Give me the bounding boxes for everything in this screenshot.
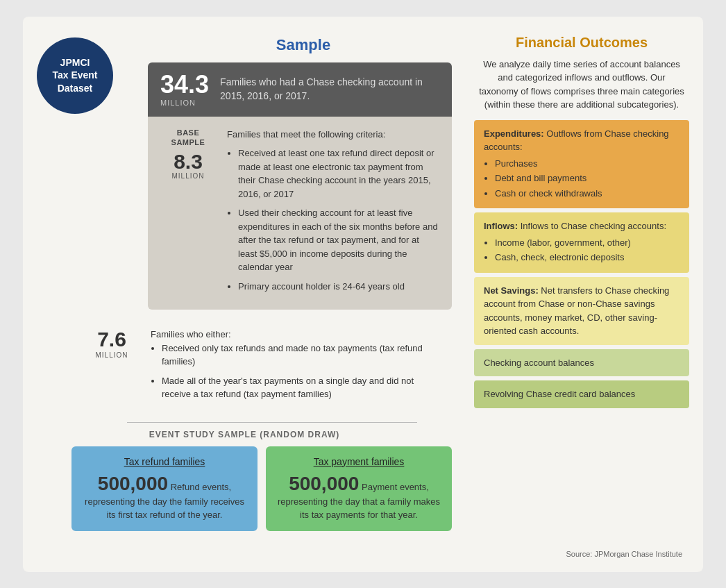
refund-box: Tax refund families 500,000 Refund event…	[71, 446, 258, 531]
list-item: Used their checking account for at least…	[238, 206, 439, 274]
net-savings-label: Net Savings:	[484, 285, 539, 296]
revolving-balance-label: Revolving Chase credit card balances	[484, 389, 635, 399]
logo-line2: Tax Event	[52, 69, 97, 81]
inflows-block: Inflows: Inflows to Chase checking accou…	[474, 212, 689, 273]
bottom-boxes: Tax refund families 500,000 Refund event…	[71, 446, 452, 531]
criteria-title: Families that meet the following criteri…	[227, 128, 439, 142]
seven-number-col: 7.6 MILLION	[84, 328, 140, 407]
section-divider	[127, 422, 417, 423]
seven-title: Families who either:	[151, 328, 439, 342]
sample-header: Sample	[113, 31, 452, 62]
right-panel: Financial Outcomes We analyze daily time…	[474, 31, 689, 412]
sample-title: Sample	[276, 36, 330, 53]
dark-banner: 34.3 MILLION Families who had a Chase ch…	[148, 62, 452, 117]
main-big-number: 34.3	[160, 72, 209, 97]
banner-number-col: 34.3 MILLION	[160, 72, 209, 107]
inflows-list: Income (labor, government, other) Cash, …	[484, 236, 679, 264]
main-million-label: MILLION	[160, 99, 209, 107]
financial-header: Financial Outcomes	[474, 31, 689, 51]
criteria-list: Received at least one tax refund direct …	[227, 146, 439, 293]
base-label-col: BASE SAMPLE 8.3 MILLION	[160, 128, 216, 299]
list-item: Purchases	[495, 157, 679, 171]
payment-box: Tax payment families 500,000 Payment eve…	[266, 446, 452, 531]
list-item: Received only tax refunds and made no ta…	[162, 342, 439, 369]
refund-box-title: Tax refund families	[83, 456, 246, 467]
expenditures-label: Expenditures:	[484, 128, 544, 139]
revolving-balance-block: Revolving Chase credit card balances	[474, 380, 689, 408]
content-row: JPMCI Tax Event Dataset Sample 34.3 MILL…	[37, 31, 689, 543]
base-sample-area: BASE SAMPLE 8.3 MILLION Families that me…	[148, 117, 452, 310]
source-note: Source: JPMorgan Chase Institute	[37, 550, 689, 558]
expenditures-list: Purchases Debt and bill payments Cash or…	[484, 157, 679, 201]
refund-number: 500,000	[98, 473, 168, 494]
event-study-label: EVENT STUDY SAMPLE (RANDOM DRAW)	[71, 430, 417, 439]
left-panel: JPMCI Tax Event Dataset Sample 34.3 MILL…	[37, 31, 452, 531]
seven-section: 7.6 MILLION Families who either: Receive…	[71, 319, 452, 415]
list-item: Debt and bill payments	[495, 171, 679, 185]
inflows-label: Inflows:	[484, 221, 518, 231]
list-item: Made all of the year's tax payments on a…	[162, 374, 439, 401]
logo-circle: JPMCI Tax Event Dataset	[37, 37, 113, 114]
banner-description: Families who had a Chase checking accoun…	[220, 76, 439, 103]
seven-criteria-list: Received only tax refunds and made no ta…	[151, 342, 439, 401]
seven-description: Families who either: Received only tax r…	[151, 328, 439, 407]
list-item: Received at least one tax refund direct …	[238, 146, 439, 201]
base-criteria: Families that meet the following criteri…	[227, 128, 439, 299]
financial-intro: We analyze daily time series of account …	[474, 58, 689, 112]
sample-content: Sample 34.3 MILLION Families who had a C…	[113, 31, 452, 310]
main-card: JPMCI Tax Event Dataset Sample 34.3 MILL…	[23, 17, 703, 572]
logo-line3: Dataset	[58, 83, 93, 94]
checking-balance-block: Checking account balances	[474, 349, 689, 377]
seven-million: MILLION	[84, 351, 140, 359]
net-savings-block: Net Savings: Net transfers to Chase chec…	[474, 277, 689, 345]
base-number: 8.3	[160, 151, 216, 172]
payment-number: 500,000	[289, 473, 359, 494]
list-item: Income (labor, government, other)	[495, 236, 679, 250]
seven-number: 7.6	[84, 328, 140, 351]
expenditures-block: Expenditures: Outflows from Chase checki…	[474, 120, 689, 209]
base-label: BASE SAMPLE	[160, 128, 216, 148]
checking-balance-label: Checking account balances	[484, 358, 594, 368]
base-million: MILLION	[160, 172, 216, 180]
list-item: Cash, check, electronic deposits	[495, 251, 679, 264]
logo-line1: JPMCI	[60, 57, 90, 68]
list-item: Primary account holder is 24-64 years ol…	[238, 280, 439, 294]
inflows-suffix: Inflows to Chase checking accounts:	[518, 221, 666, 231]
payment-box-title: Tax payment families	[277, 456, 441, 467]
list-item: Cash or check withdrawals	[495, 187, 679, 201]
